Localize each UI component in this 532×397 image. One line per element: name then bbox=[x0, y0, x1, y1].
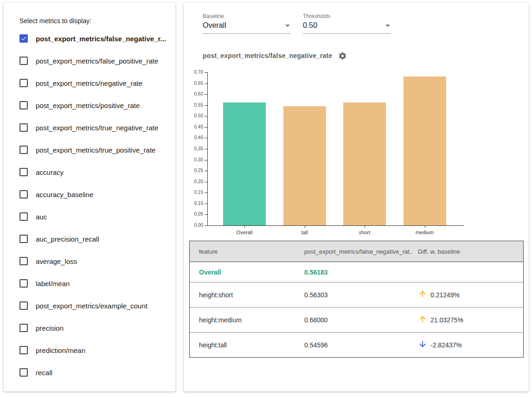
checkbox-icon[interactable] bbox=[19, 168, 28, 176]
x-axis-tick bbox=[305, 225, 305, 228]
diff-value: 21.03275% bbox=[430, 316, 463, 324]
metric-label: label/mean bbox=[36, 280, 70, 288]
table-cell-feature: Overall bbox=[190, 269, 304, 276]
metric-label: post_export_metrics/true_positive_rate bbox=[36, 146, 155, 154]
metric-label: post_export_metrics/example_count bbox=[36, 302, 147, 310]
x-axis-tick bbox=[425, 225, 425, 228]
y-axis-tick bbox=[205, 83, 207, 84]
bar-medium[interactable] bbox=[404, 77, 446, 225]
table-cell-feature: height:short bbox=[190, 291, 304, 299]
y-axis-tick-label: 0.30 bbox=[187, 158, 203, 162]
y-axis-tick-label: 0.15 bbox=[187, 190, 203, 195]
metric-checkbox-item[interactable]: post_export_metrics/positive_rate bbox=[19, 94, 172, 116]
metric-label: auc bbox=[36, 213, 47, 221]
y-axis-tick bbox=[205, 94, 207, 95]
y-axis-tick-label: 0.05 bbox=[187, 212, 203, 217]
metric-checkbox-item[interactable]: post_export_metrics/true_positive_rate bbox=[19, 139, 172, 161]
table-cell-diff: 21.03275% bbox=[413, 314, 523, 325]
checkbox-icon[interactable] bbox=[19, 79, 28, 87]
metrics-panel: Baseline Overall Thresholds 0.50 post_ex… bbox=[184, 3, 529, 391]
y-axis-tick-label: 0.00 bbox=[187, 223, 203, 228]
x-axis-tick bbox=[365, 225, 365, 228]
checkbox-icon[interactable] bbox=[19, 235, 28, 243]
bar-short[interactable] bbox=[343, 102, 386, 225]
checkbox-icon[interactable] bbox=[19, 212, 28, 221]
y-axis-tick bbox=[205, 72, 207, 73]
metric-label: average_loss bbox=[36, 257, 77, 265]
metric-label: precision bbox=[36, 324, 64, 332]
table-row[interactable]: height:short0.563030.21249% bbox=[190, 282, 523, 307]
checkbox-icon[interactable] bbox=[19, 101, 28, 109]
metric-checkbox-item[interactable]: accuracy_baseline bbox=[19, 183, 172, 205]
y-axis-tick-label: 0.55 bbox=[187, 103, 203, 108]
table-row[interactable]: Overall0.56183 bbox=[190, 262, 523, 282]
checkbox-icon[interactable] bbox=[19, 279, 28, 288]
checkbox-icon[interactable] bbox=[19, 301, 28, 310]
metric-select-title: Select metrics to display: bbox=[19, 17, 91, 25]
checkbox-icon[interactable] bbox=[19, 146, 28, 154]
x-axis-tick-label: medium bbox=[416, 230, 434, 235]
metric-checkbox-item[interactable]: post_export_metrics/false_negative_r... bbox=[19, 27, 172, 50]
y-axis-tick bbox=[205, 160, 207, 160]
metric-label: prediction/mean bbox=[36, 346, 85, 354]
y-axis-tick-label: 0.20 bbox=[187, 179, 203, 184]
y-axis-tick-label: 0.50 bbox=[187, 114, 203, 118]
y-axis-tick bbox=[205, 204, 207, 204]
table-header-diff: Diff. w. baseline bbox=[413, 248, 523, 255]
metric-checkbox-item[interactable]: precision bbox=[19, 317, 172, 339]
metric-checkbox-item[interactable]: recall bbox=[19, 361, 172, 384]
y-axis-tick-label: 0.60 bbox=[187, 92, 203, 96]
checkbox-icon[interactable] bbox=[19, 324, 28, 332]
metric-checkbox-item[interactable]: post_export_metrics/negative_rate bbox=[19, 72, 172, 94]
table-cell-value: 0.54596 bbox=[304, 341, 413, 349]
metric-label: accuracy_baseline bbox=[36, 191, 93, 198]
metric-checkbox-item[interactable]: average_loss bbox=[19, 250, 172, 272]
y-axis-tick-label: 0.40 bbox=[187, 135, 203, 140]
table-row[interactable]: height:medium0.6800021.03275% bbox=[190, 307, 523, 332]
y-axis-tick-label: 0.10 bbox=[187, 201, 203, 206]
table-header-feature: feature bbox=[190, 248, 304, 255]
y-axis-tick-label: 0.70 bbox=[187, 70, 203, 75]
metrics-table: feature post_export_metrics/false_negati… bbox=[189, 241, 524, 358]
checkbox-icon[interactable] bbox=[19, 257, 28, 265]
y-axis-tick-label: 0.35 bbox=[187, 147, 203, 151]
y-axis-tick bbox=[205, 225, 207, 226]
table-cell-value: 0.68000 bbox=[304, 316, 413, 324]
table-cell-diff: 0.21249% bbox=[413, 289, 523, 300]
metric-list: post_export_metrics/false_negative_r...p… bbox=[19, 27, 172, 384]
checkbox-checked-icon[interactable] bbox=[19, 34, 28, 43]
metric-checkbox-item[interactable]: post_export_metrics/true_negative_rate bbox=[19, 116, 172, 139]
bar-tall[interactable] bbox=[283, 106, 326, 225]
metric-checkbox-item[interactable]: post_export_metrics/false_positive_rate bbox=[19, 50, 172, 72]
x-axis-tick-label: tall bbox=[301, 230, 308, 235]
table-cell-feature: height:medium bbox=[190, 316, 304, 324]
metric-checkbox-item[interactable]: label/mean bbox=[19, 272, 172, 295]
y-axis-tick-label: 0.25 bbox=[187, 168, 203, 173]
metric-checkbox-item[interactable]: auc_precision_recall bbox=[19, 228, 172, 250]
checkbox-icon[interactable] bbox=[19, 123, 28, 132]
y-axis-tick bbox=[205, 105, 207, 106]
table-row[interactable]: height:tall0.54596-2.82437% bbox=[190, 332, 523, 357]
x-axis-line bbox=[207, 225, 464, 226]
y-axis-tick bbox=[205, 182, 207, 182]
bar-overall[interactable] bbox=[223, 102, 266, 225]
y-axis-tick bbox=[205, 116, 207, 116]
metric-select-panel: Select metrics to display: post_export_m… bbox=[4, 3, 175, 391]
arrow-up-icon bbox=[418, 289, 427, 300]
checkbox-icon[interactable] bbox=[19, 346, 28, 354]
y-axis-tick-label: 0.65 bbox=[187, 81, 203, 86]
table-header-metric: post_export_metrics/false_negative_rat..… bbox=[304, 248, 413, 255]
checkbox-icon[interactable] bbox=[19, 57, 28, 65]
checkbox-icon[interactable] bbox=[19, 368, 28, 377]
diff-value: -2.82437% bbox=[430, 341, 462, 349]
arrow-down-icon bbox=[418, 339, 427, 350]
y-axis-tick bbox=[205, 127, 207, 128]
metric-checkbox-item[interactable]: auc bbox=[19, 205, 172, 228]
metric-checkbox-item[interactable]: prediction/mean bbox=[19, 339, 172, 361]
table-header-row: feature post_export_metrics/false_negati… bbox=[190, 241, 523, 262]
metric-checkbox-item[interactable]: accuracy bbox=[19, 161, 172, 183]
diff-value: 0.21249% bbox=[430, 291, 460, 299]
table-cell-feature: height:tall bbox=[190, 341, 304, 349]
checkbox-icon[interactable] bbox=[19, 190, 28, 198]
metric-checkbox-item[interactable]: post_export_metrics/example_count bbox=[19, 295, 172, 317]
